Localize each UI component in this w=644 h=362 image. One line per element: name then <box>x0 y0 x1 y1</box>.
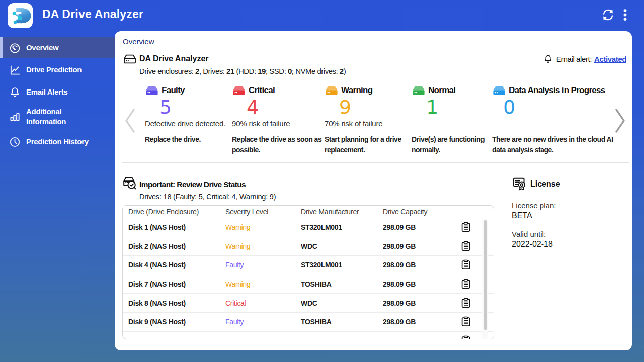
cell-severity: Faulty <box>225 318 244 326</box>
cell-capacity: 298.09 GB <box>383 318 416 326</box>
copy-details-button[interactable] <box>461 335 471 339</box>
bell-icon <box>9 86 21 98</box>
table-row[interactable]: Disk 4 (NAS Host) Faulty ST320LM001 298.… <box>123 256 494 275</box>
cell-capacity: 298.09 GB <box>383 242 416 250</box>
status-card-header: Normal <box>412 85 494 96</box>
status-card-critical: Critical 4 90% risk of failure Replace t… <box>232 85 326 155</box>
status-label: Data Analysis in Progress <box>509 85 605 96</box>
status-subtitle: 90% risk of failure <box>232 119 326 134</box>
clipboard-icon <box>461 222 470 232</box>
drive-status-table: Drive (Drive Enclosure) Severity Level D… <box>122 205 494 339</box>
sidebar-item-label: Drive Prediction <box>26 65 97 75</box>
scroll-left-button[interactable] <box>123 108 136 135</box>
chevron-left-icon <box>123 108 136 134</box>
cell-manufacturer: ST320LM001 <box>301 261 342 269</box>
license-plan-label: License plan: <box>512 201 556 210</box>
text-segment: ; NVMe drives: <box>292 67 340 75</box>
table-scrollbar[interactable] <box>482 219 488 339</box>
table-row[interactable]: Disk 8 (NAS Host) Critical WDC 298.09 GB <box>123 294 494 313</box>
license-valid-value: 2022-02-18 <box>512 240 553 249</box>
text-segment: (HDD: <box>234 67 258 75</box>
section-divider <box>122 162 629 163</box>
status-count: 9 <box>325 98 366 117</box>
da-logo-icon <box>9 5 31 27</box>
cell-manufacturer: TOSHIBA <box>301 280 332 288</box>
clock-icon <box>9 136 21 148</box>
cell-capacity: 298.09 GB <box>383 223 416 231</box>
status-count: 1 <box>412 98 453 117</box>
more-options-button[interactable] <box>618 8 632 22</box>
license-plan-value: BETA <box>512 211 532 220</box>
drive-status-icon <box>325 85 339 96</box>
clipboard-icon <box>461 335 470 339</box>
sidebar-item-email-alerts[interactable]: Email Alerts <box>0 81 115 103</box>
sidebar: Overview Drive Prediction Email Alerts <box>0 31 115 362</box>
sidebar-item-prediction-history[interactable]: Prediction History <box>0 131 115 152</box>
cell-severity: Faulty <box>225 261 244 269</box>
table-row[interactable]: Disk 7 (NAS Host) Warning TOSHIBA 298.09… <box>123 275 494 294</box>
main-panel: Overview DA Drive Analyzer Drive enclosu… <box>115 31 632 350</box>
summary-title: DA Drive Analyzer <box>139 54 209 63</box>
vertical-divider <box>503 175 503 344</box>
refresh-button[interactable] <box>601 8 615 22</box>
cell-drive: Disk 1 (NAS Host) <box>128 223 186 231</box>
sidebar-item-additional-information[interactable]: Additional Information <box>0 104 115 130</box>
cell-capacity: 298.09 GB <box>383 261 416 269</box>
cell-drive: Disk 2 (NAS Host) <box>128 242 186 250</box>
kebab-menu-icon <box>618 8 632 22</box>
drive-enclosure-icon <box>123 53 137 68</box>
table-row[interactable]: Disk 2 (NAS Host) Warning WDC 298.09 GB <box>123 237 494 256</box>
text-segment: 19 <box>258 67 266 75</box>
top-bar: DA Drive Analyzer <box>0 0 644 31</box>
table-row[interactable] <box>123 332 494 339</box>
copy-details-button[interactable] <box>461 241 471 251</box>
text-segment: 2 <box>340 67 344 75</box>
copy-details-button[interactable] <box>461 222 471 233</box>
table-body: Disk 1 (NAS Host) Warning ST320LM001 298… <box>123 218 494 339</box>
drive-status-icon <box>412 85 426 96</box>
cell-severity: Warning <box>225 223 251 231</box>
status-card-header: Data Analysis in Progress <box>492 85 618 96</box>
status-card-faulty: Faulty 5 Defective drive detected. Repla… <box>145 85 230 145</box>
status-subtitle: 70% risk of failure <box>325 119 406 134</box>
text-segment: 21 <box>226 67 234 75</box>
sidebar-item-drive-prediction[interactable]: Drive Prediction <box>0 59 115 80</box>
status-description: Start planning for a drive replacement. <box>325 134 406 155</box>
cell-drive: Disk 7 (NAS Host) <box>128 280 186 288</box>
column-header-capacity: Drive Capacity <box>383 208 427 216</box>
status-card-normal: Normal 1 Drive(s) are functioning normal… <box>412 85 494 155</box>
review-section-title: Important: Review Drive Status <box>139 180 246 189</box>
clipboard-icon <box>461 279 470 289</box>
status-count: 4 <box>232 98 273 117</box>
email-alert-activated-link[interactable]: Activated <box>594 55 626 63</box>
clipboard-icon <box>461 241 470 251</box>
cell-manufacturer: WDC <box>301 242 317 250</box>
drive-review-icon <box>122 176 138 193</box>
clipboard-icon <box>461 317 470 327</box>
refresh-icon <box>601 8 615 22</box>
table-header: Drive (Drive Enclosure) Severity Level D… <box>123 206 494 218</box>
status-card-header: Critical <box>232 85 326 96</box>
copy-details-button[interactable] <box>461 317 471 327</box>
status-card-data-analysis: Data Analysis in Progress 0 There are no… <box>492 85 618 155</box>
copy-details-button[interactable] <box>461 260 471 270</box>
sidebar-item-label: Additional Information <box>26 107 97 127</box>
status-description: Replace the drive. <box>145 134 230 145</box>
status-subtitle: Defective drive detected. <box>145 119 230 134</box>
status-description: Drive(s) are functioning normally. <box>412 134 494 155</box>
cell-drive: Disk 4 (NAS Host) <box>128 261 186 269</box>
cell-severity: Warning <box>225 242 251 250</box>
copy-details-button[interactable] <box>461 298 471 308</box>
text-segment: Drive enclosures: <box>139 67 195 75</box>
copy-details-button[interactable] <box>461 279 471 290</box>
clipboard-icon <box>461 298 470 308</box>
summary-drive-counts: Drive enclosures: 2, Drives: 21 (HDD: 19… <box>139 67 346 75</box>
sidebar-item-label: Prediction History <box>26 137 97 147</box>
scrollbar-thumb[interactable] <box>484 220 487 330</box>
sidebar-item-overview[interactable]: Overview <box>0 37 115 58</box>
table-row[interactable]: Disk 1 (NAS Host) Warning ST320LM001 298… <box>123 218 494 237</box>
cell-capacity: 298.09 GB <box>383 280 416 288</box>
drive-status-icon <box>145 85 159 96</box>
table-row[interactable]: Disk 9 (NAS Host) Faulty TOSHIBA 298.09 … <box>123 313 494 332</box>
sidebar-item-label: Overview <box>26 43 97 53</box>
